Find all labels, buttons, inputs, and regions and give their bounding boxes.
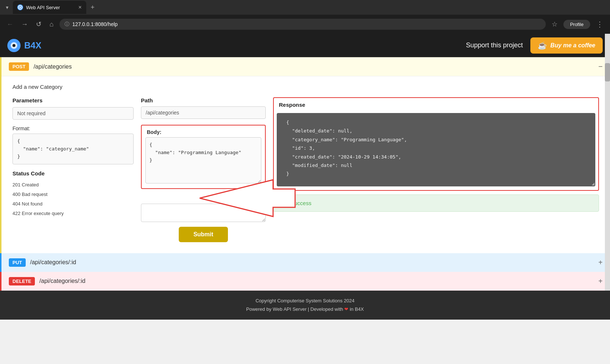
body-label: Body:: [142, 125, 265, 137]
post-endpoint-header[interactable]: POST /api/categories −: [1, 57, 610, 76]
more-options-btn[interactable]: ⋮: [594, 18, 606, 30]
delete-endpoint: DELETE /api/categories/:id +: [0, 272, 610, 291]
app-footer: Copyright Computerise System Solutions 2…: [0, 291, 610, 320]
delete-badge: DELETE: [9, 277, 35, 285]
status-code-list: 201 Created 400 Bad request 404 Not foun…: [12, 180, 134, 218]
format-value: { "name": "category_name" }: [17, 138, 129, 160]
profile-btn[interactable]: Profile: [563, 20, 590, 29]
right-col: Response { "deleted_date": null, "catego…: [273, 97, 599, 212]
middle-col: Path Body: { "name": "Programming Langua…: [141, 97, 266, 242]
back-btn[interactable]: ←: [4, 19, 15, 30]
svg-point-1: [19, 7, 21, 8]
path-input[interactable]: [141, 106, 266, 119]
buy-coffee-btn[interactable]: ☕ Buy me a coffee: [530, 37, 603, 54]
submit-btn[interactable]: Submit: [179, 227, 228, 242]
nav-bar: ← → ↺ ⌂ ⓘ 127.0.0.1:8080/help ☆ Profile …: [0, 15, 610, 34]
browser-scrollbar[interactable]: [605, 34, 610, 291]
post-endpoint-path: /api/categories: [33, 63, 72, 70]
status-201: 201 Created: [12, 180, 134, 190]
put-badge: PUT: [9, 258, 26, 267]
response-label: Response: [274, 98, 598, 110]
parameters-label: Parameters: [12, 97, 134, 103]
tab-list-btn[interactable]: ▾: [3, 3, 11, 12]
browser-chrome: ▾ Web API Server ✕ + ← → ↺ ⌂ ⓘ 127.0.0.1…: [0, 0, 610, 34]
forward-btn[interactable]: →: [19, 19, 30, 30]
delete-endpoint-path: /api/categories/:id: [39, 278, 85, 284]
post-toggle[interactable]: −: [598, 62, 603, 71]
address-bar: ⓘ 127.0.0.1:8080/help: [59, 19, 546, 30]
put-toggle[interactable]: +: [598, 258, 603, 267]
main-content: POST /api/categories − Add a new Categor…: [0, 57, 610, 291]
footer-line2: Powered by Web API Server | Developed wi…: [6, 305, 604, 313]
reload-btn[interactable]: ↺: [34, 19, 44, 30]
put-endpoint-path: /api/categories/:id: [30, 259, 76, 266]
three-col-grid: Parameters Not required Format: { "name"…: [12, 97, 599, 242]
post-endpoint: POST /api/categories − Add a new Categor…: [0, 57, 610, 253]
left-col: Parameters Not required Format: { "name"…: [12, 97, 134, 218]
success-area-container: 201 success: [273, 194, 599, 212]
body-textarea[interactable]: { "name": "Programming Language" }: [145, 137, 261, 183]
support-text: Support this project: [466, 41, 523, 49]
post-description: Add a new Category: [12, 84, 599, 90]
home-btn[interactable]: ⌂: [47, 19, 56, 30]
put-endpoint: PUT /api/categories/:id +: [0, 253, 610, 272]
svg-point-2: [12, 44, 15, 47]
response-box: { "deleted_date": null, "category_name":…: [280, 113, 592, 186]
put-endpoint-header[interactable]: PUT /api/categories/:id +: [1, 253, 610, 272]
response-value: { "deleted_date": null, "category_name":…: [286, 118, 586, 178]
scrollbar-thumb[interactable]: [605, 63, 610, 81]
response-container: Response { "deleted_date": null, "catego…: [273, 97, 599, 191]
resize-handle[interactable]: ◢: [592, 182, 595, 186]
delete-toggle[interactable]: +: [598, 277, 603, 285]
format-label: Format:: [12, 125, 134, 131]
tab-title: Web API Server: [26, 5, 60, 10]
bookmark-icon[interactable]: ☆: [549, 19, 560, 30]
response-outer-box: { "deleted_date": null, "category_name":…: [277, 113, 595, 186]
tab-favicon: [17, 4, 23, 10]
tab-close-btn[interactable]: ✕: [78, 5, 82, 10]
status-404: 404 Not found: [12, 199, 134, 209]
post-endpoint-body: Add a new Category Parameters Not requir…: [1, 76, 610, 253]
status-section: Status Code 201 Created 400 Bad request …: [12, 170, 134, 218]
submit-area: Submit: [141, 223, 266, 242]
heart-icon: ❤: [344, 306, 348, 312]
url-input[interactable]: 127.0.0.1:8080/help: [72, 21, 541, 27]
app-header: B4X Support this project ☕ Buy me a coff…: [0, 34, 610, 57]
new-tab-btn[interactable]: +: [88, 2, 98, 13]
status-400: 400 Bad request: [12, 190, 134, 199]
app-logo-text: B4X: [24, 40, 41, 51]
delete-endpoint-header[interactable]: DELETE /api/categories/:id +: [1, 272, 610, 291]
footer-line1: Copyright Computerise System Solutions 2…: [6, 296, 604, 305]
parameters-input[interactable]: Not required: [12, 107, 134, 120]
additional-textarea[interactable]: [141, 204, 266, 222]
success-area: 201 success: [273, 194, 599, 212]
app-logo: B4X: [7, 39, 41, 52]
status-422: 422 Error execute query: [12, 209, 134, 218]
secure-icon: ⓘ: [65, 21, 69, 28]
body-container: Body: { "name": "Programming Language" }: [141, 125, 266, 189]
success-text: 201 success: [281, 200, 311, 206]
tab-bar: ▾ Web API Server ✕ +: [0, 0, 610, 15]
post-badge: POST: [9, 62, 29, 71]
status-code-label: Status Code: [12, 170, 134, 176]
logo-icon: [7, 39, 21, 52]
buy-coffee-label: Buy me a coffee: [551, 42, 595, 49]
coffee-icon: ☕: [538, 41, 547, 50]
active-tab[interactable]: Web API Server ✕: [13, 1, 86, 14]
format-box: { "name": "category_name" }: [12, 134, 134, 164]
format-section: Format: { "name": "category_name" }: [12, 125, 134, 164]
path-label: Path: [141, 97, 266, 103]
